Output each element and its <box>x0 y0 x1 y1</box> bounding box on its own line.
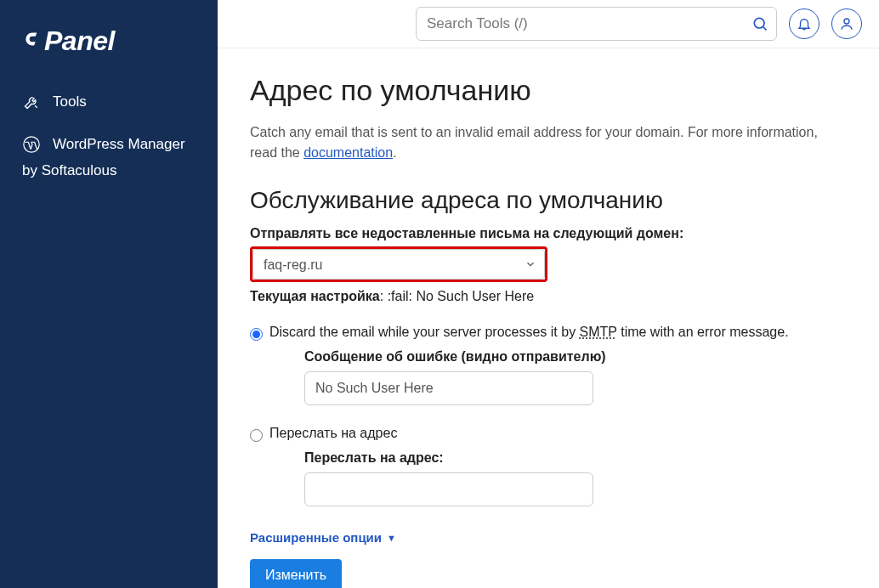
search-icon <box>751 15 768 32</box>
error-message-label: Сообщение об ошибке (видно отправителю) <box>304 349 847 365</box>
sidebar-item-label: Tools <box>53 93 87 110</box>
option-forward-radio[interactable] <box>250 429 263 442</box>
bell-icon <box>797 16 812 31</box>
option-discard-label[interactable]: Discard the email while your server proc… <box>269 325 789 340</box>
sidebar-item-sublabel: by Softaculous <box>22 162 117 178</box>
domain-select[interactable]: faq-reg.ru <box>252 249 545 280</box>
logo: Panel <box>0 17 218 81</box>
documentation-link[interactable]: documentation <box>303 145 393 160</box>
forward-address-input[interactable] <box>304 472 593 506</box>
content: Адрес по умолчанию Catch any email that … <box>218 48 879 588</box>
tools-icon <box>22 93 41 111</box>
page-description: Catch any email that is sent to an inval… <box>250 122 847 163</box>
option-discard-row: Discard the email while your server proc… <box>250 325 847 341</box>
forward-field: Переслать на адрес: <box>304 450 847 506</box>
notifications-button[interactable] <box>789 8 819 39</box>
main: Адрес по умолчанию Catch any email that … <box>218 0 879 588</box>
option-forward-row: Переслать на адрес <box>250 426 847 442</box>
logo-text: Panel <box>22 25 115 56</box>
domain-label: Отправлять все недоставленные письма на … <box>250 226 847 241</box>
sidebar-item-label: WordPress Manager <box>53 136 185 153</box>
option-discard-radio[interactable] <box>250 328 263 341</box>
svg-point-0 <box>24 137 39 152</box>
submit-button[interactable]: Изменить <box>250 559 342 588</box>
sidebar: Panel Tools WordPress Manager by Soft <box>0 0 218 588</box>
option-forward-label[interactable]: Переслать на адрес <box>269 426 397 441</box>
error-message-input[interactable] <box>304 371 593 405</box>
forward-field-label: Переслать на адрес: <box>304 450 847 466</box>
smtp-abbr: SMTP <box>580 325 617 339</box>
topbar <box>218 0 879 48</box>
sidebar-item-wordpress-sub[interactable]: by Softaculous <box>0 157 218 191</box>
error-message-field: Сообщение об ошибке (видно отправителю) <box>304 349 847 405</box>
section-title: Обслуживание адреса по умолчанию <box>250 187 847 214</box>
search-wrap <box>416 7 777 41</box>
page-title: Адрес по умолчанию <box>250 74 847 107</box>
wordpress-icon <box>22 135 41 154</box>
domain-select-highlight: faq-reg.ru <box>250 246 547 282</box>
svg-point-1 <box>754 18 764 28</box>
user-icon <box>839 16 854 31</box>
sidebar-item-tools[interactable]: Tools <box>0 81 218 123</box>
account-button[interactable] <box>831 8 862 39</box>
search-input[interactable] <box>416 7 777 41</box>
advanced-options-toggle[interactable]: Расширенные опции ▼ <box>250 530 396 545</box>
svg-point-2 <box>844 19 849 24</box>
cpanel-logo-icon <box>22 28 44 50</box>
current-setting: Текущая настройка: :fail: No Such User H… <box>250 289 847 304</box>
sidebar-item-wordpress[interactable]: WordPress Manager <box>0 123 218 157</box>
caret-down-icon: ▼ <box>387 533 396 543</box>
